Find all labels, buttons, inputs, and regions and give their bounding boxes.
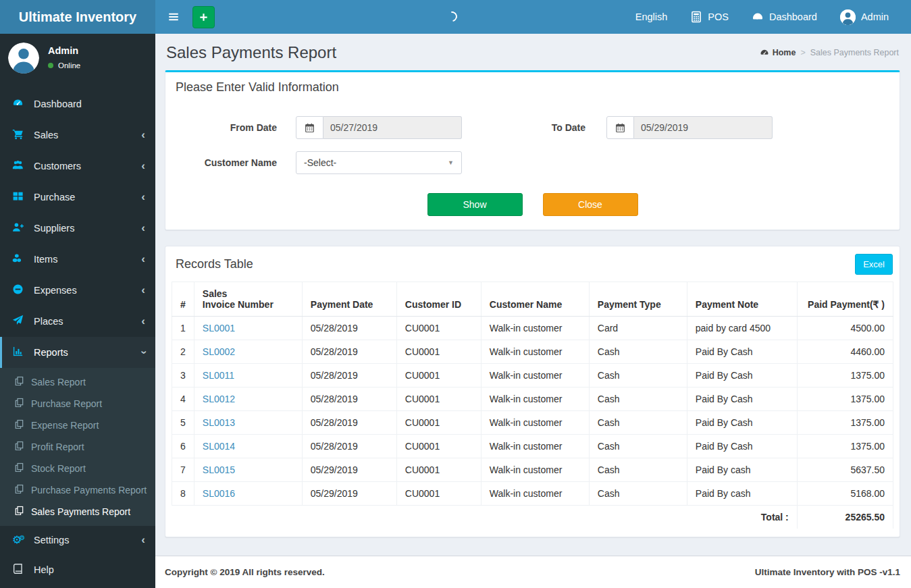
- submenu-item-sales-payments-report[interactable]: Sales Payments Report: [0, 501, 155, 523]
- navbar-item-pos[interactable]: POS: [679, 0, 740, 34]
- invoice-link[interactable]: SL0012: [203, 394, 235, 404]
- sidebar-item-customers[interactable]: Customers‹: [0, 151, 155, 182]
- status-label: Online: [58, 61, 80, 70]
- chevron-left-icon: ‹: [141, 132, 145, 138]
- sidebar-item-places[interactable]: Places‹: [0, 306, 155, 337]
- cell-customer-id: CU0001: [396, 387, 481, 411]
- calendar-addon[interactable]: [296, 116, 323, 139]
- breadcrumb-current: Sales Payments Report: [810, 48, 899, 57]
- customer-name-select[interactable]: -Select- ▼: [296, 151, 462, 174]
- table-total-row: Total : 25265.50: [172, 506, 893, 529]
- submenu-item-sales-report[interactable]: Sales Report: [0, 371, 155, 393]
- cell-number: 2: [172, 340, 194, 364]
- column-header: #: [172, 282, 194, 317]
- version-text: Ultimate Inventory with POS -v1.1: [755, 567, 900, 577]
- table-header-row: #Sales Invoice NumberPayment DateCustome…: [172, 282, 893, 317]
- sidebar-item-sales[interactable]: Sales‹: [0, 119, 155, 151]
- excel-export-button[interactable]: Excel: [855, 254, 893, 275]
- brand-logo[interactable]: Ultimate Inventory: [0, 0, 155, 34]
- navbar-item-english[interactable]: English: [624, 0, 679, 34]
- sidebar-item-items[interactable]: Items‹: [0, 244, 155, 275]
- cell-customer-id: CU0001: [396, 317, 481, 340]
- invoice-link[interactable]: SL0016: [203, 488, 235, 499]
- cell-number: 8: [172, 482, 194, 506]
- page-title: Sales Payments Report: [166, 43, 336, 62]
- user-name: Admin: [48, 45, 80, 56]
- sidebar-item-expenses[interactable]: Expenses‹: [0, 275, 155, 306]
- total-amount: 25265.50: [797, 506, 893, 529]
- column-header: Customer ID: [396, 282, 481, 317]
- table-row: 3SL001105/28/2019CU0001Walk-in customerC…: [172, 364, 893, 387]
- hamburger-icon: [167, 11, 180, 23]
- submenu-item-purchase-report[interactable]: Purchase Report: [0, 393, 155, 415]
- from-date-label: From Date: [176, 122, 296, 133]
- sidebar-item-settings[interactable]: ⚙⚙Settings‹: [0, 526, 155, 554]
- invoice-link[interactable]: SL0011: [203, 370, 234, 381]
- copy-icon: [14, 506, 24, 516]
- quick-add-button[interactable]: [192, 6, 215, 28]
- submenu-item-profit-report[interactable]: Profit Report: [0, 436, 155, 458]
- sidebar-item-dashboard[interactable]: Dashboard: [0, 88, 155, 119]
- cell-payment-date: 05/28/2019: [302, 340, 396, 364]
- copyright-text: Copyright © 2019 All rights reserved.: [165, 567, 325, 577]
- sidebar-toggle-button[interactable]: [155, 0, 190, 34]
- sidebar-item-help[interactable]: Help: [0, 554, 155, 585]
- records-table: #Sales Invoice NumberPayment DateCustome…: [172, 282, 893, 529]
- calendar-addon[interactable]: [606, 116, 634, 139]
- from-date-input[interactable]: [323, 116, 462, 139]
- navbar-menu: EnglishPOSDashboardAdmin: [624, 0, 911, 34]
- copy-icon: [14, 462, 24, 473]
- cell-payment-note: Paid By Cash: [687, 340, 797, 364]
- cell-customer-name: Walk-in customer: [481, 482, 589, 506]
- breadcrumb-separator: >: [800, 48, 805, 57]
- table-row: 1SL000105/28/2019CU0001Walk-in customerC…: [172, 317, 893, 340]
- cell-paid-payment: 5637.50: [797, 458, 893, 482]
- cell-payment-type: Cash: [589, 458, 687, 482]
- chevron-down-icon: ‹: [140, 350, 147, 354]
- chevron-left-icon: ‹: [141, 287, 145, 294]
- loading-spinner-icon: [445, 9, 459, 24]
- column-header: Paid Payment(₹ ): [797, 282, 893, 317]
- close-button[interactable]: Close: [543, 193, 638, 216]
- cell-invoice: SL0016: [194, 482, 302, 506]
- table-row: 2SL000205/28/2019CU0001Walk-in customerC…: [172, 340, 893, 364]
- invoice-link[interactable]: SL0013: [203, 417, 235, 428]
- show-button[interactable]: Show: [427, 193, 523, 216]
- breadcrumb-home-link[interactable]: Home: [760, 48, 796, 57]
- to-date-group: [606, 116, 773, 139]
- sidebar-item-suppliers[interactable]: Suppliers‹: [0, 213, 155, 244]
- invoice-link[interactable]: SL0015: [203, 464, 235, 475]
- home-gauge-icon: [760, 48, 769, 57]
- cell-number: 1: [172, 317, 194, 340]
- calculator-icon: [690, 11, 702, 23]
- to-date-input[interactable]: [634, 116, 773, 139]
- navbar-item-dashboard[interactable]: Dashboard: [740, 0, 829, 34]
- sidebar-item-purchase[interactable]: Purchase‹: [0, 182, 155, 213]
- invoice-link[interactable]: SL0002: [203, 346, 235, 357]
- cell-customer-name: Walk-in customer: [481, 340, 589, 364]
- sidebar-user-panel: Admin Online: [0, 34, 155, 82]
- cell-payment-date: 05/29/2019: [302, 458, 396, 482]
- cell-customer-id: CU0001: [396, 411, 481, 435]
- filter-panel-heading: Please Enter Valid Information: [165, 72, 900, 97]
- cell-payment-date: 05/29/2019: [302, 482, 396, 506]
- invoice-link[interactable]: SL0014: [203, 441, 235, 452]
- cell-invoice: SL0001: [194, 317, 302, 340]
- invoice-link[interactable]: SL0001: [203, 323, 235, 333]
- submenu-item-stock-report[interactable]: Stock Report: [0, 458, 155, 479]
- cell-payment-date: 05/28/2019: [302, 411, 396, 435]
- breadcrumb: Home > Sales Payments Report: [760, 48, 899, 57]
- from-date-group: [296, 116, 462, 139]
- submenu-item-expense-report[interactable]: Expense Report: [0, 415, 155, 436]
- submenu-item-purchase-payments-report[interactable]: Purchase Payments Report: [0, 479, 155, 501]
- navbar-item-admin[interactable]: Admin: [829, 0, 900, 34]
- cell-customer-id: CU0001: [396, 482, 481, 506]
- cell-invoice: SL0014: [194, 435, 302, 458]
- cell-paid-payment: 5168.00: [797, 482, 893, 506]
- table-row: 8SL001605/29/2019CU0001Walk-in customerC…: [172, 482, 893, 506]
- sidebar-item-reports[interactable]: Reports‹: [0, 337, 155, 368]
- avatar: [840, 9, 856, 25]
- cell-number: 3: [172, 364, 194, 387]
- cell-payment-note: Paid By Cash: [687, 364, 797, 387]
- customer-name-label: Customer Name: [176, 157, 296, 168]
